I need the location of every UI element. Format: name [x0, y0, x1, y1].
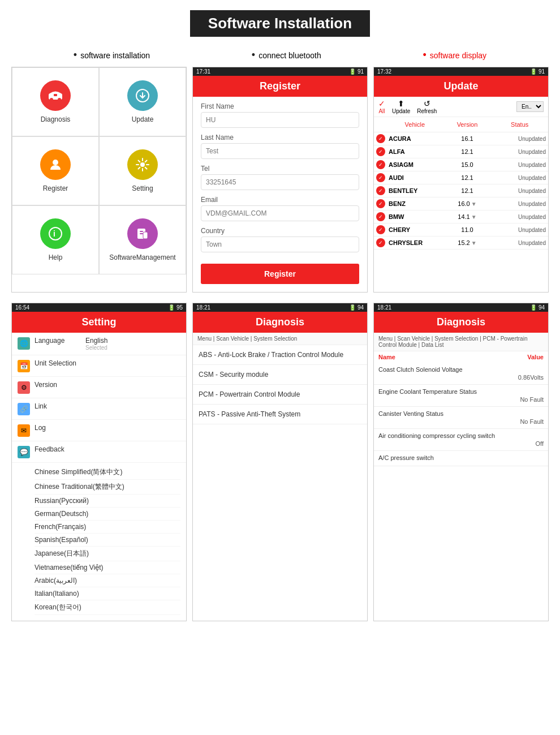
menu-item-softwaremgmt[interactable]: SoftwareManagement — [99, 205, 186, 274]
tel-input[interactable] — [201, 174, 359, 190]
setting-row-log[interactable]: ✉ Log — [12, 420, 186, 441]
update-status: Unupdated — [493, 188, 546, 194]
vehicle-name: AUDI — [389, 174, 441, 181]
menu-icon-softwaremgmt — [127, 218, 158, 249]
diagdata-item-name: Coast Clutch Solenoid Voltage — [378, 366, 544, 373]
language-select[interactable]: En.. — [516, 101, 544, 112]
setting-icon-unitsel: 📅 — [18, 360, 30, 372]
firstname-input[interactable] — [201, 112, 359, 128]
diagnosis-item[interactable]: CSM - Security module — [193, 365, 367, 385]
menu-label-diagnosis: Diagnosis — [41, 115, 71, 123]
vehicle-name: BMW — [389, 213, 441, 220]
version-cell: 11.0 — [441, 226, 494, 233]
page-title: Software Installation — [190, 10, 370, 37]
language-option[interactable]: Chinese Simplified(简体中文) — [35, 465, 180, 480]
version-number: 12.1 — [461, 174, 473, 181]
language-option[interactable]: Korean(한국어) — [35, 600, 180, 615]
check-icon: ✓ — [376, 225, 385, 234]
update-status: Unupdated — [493, 201, 546, 207]
version-arrow[interactable]: ▼ — [471, 201, 477, 207]
country-input[interactable] — [201, 237, 359, 252]
lastname-input[interactable] — [201, 143, 359, 159]
check-icon: ✓ — [376, 186, 385, 195]
vehicle-name: ASIAGM — [389, 161, 441, 168]
bullet-2: • connect bluetooth — [252, 49, 321, 61]
version-cell: 16.1 — [441, 135, 494, 142]
version-cell: 12.1 — [441, 187, 494, 194]
diagdata-item-value: No Fault — [378, 396, 544, 403]
email-input[interactable] — [201, 205, 359, 221]
setting-status-bar: 16:54 🔋 95 — [12, 303, 186, 312]
menu-item-diagnosis[interactable]: Diagnosis — [12, 67, 99, 136]
bullet-label-1: software installation — [80, 51, 150, 60]
diagdata-item: Air conditioning compressor cycling swit… — [374, 429, 548, 451]
language-option[interactable]: Spanish(Español) — [35, 534, 180, 547]
language-option[interactable]: French(Français) — [35, 521, 180, 534]
update-icon: ⬆ — [398, 99, 404, 108]
svg-point-5 — [53, 160, 58, 165]
update-row: ✓ ALFA 12.1 Unupdated — [374, 145, 548, 158]
tab-all[interactable]: ✓ All — [378, 99, 385, 114]
setting-key-unitsel: Unit Selection — [35, 359, 85, 367]
svg-rect-11 — [140, 233, 143, 234]
language-option[interactable]: Japanese(日本語) — [35, 547, 180, 561]
diagdata-breadcrumb: Menu | Scan Vehicle | System Selection |… — [374, 333, 548, 351]
language-option[interactable]: German(Deutsch) — [35, 508, 180, 521]
top-panels-row: Diagnosis Update Register Setting — [0, 67, 560, 303]
page-title-section: Software Installation — [0, 0, 560, 42]
language-option[interactable]: Arabic(العربية) — [35, 574, 180, 587]
language-option[interactable]: Italian(Italiano) — [35, 587, 180, 600]
language-option[interactable]: Chinese Traditional(繁體中文) — [35, 480, 180, 495]
svg-point-6 — [140, 162, 145, 167]
update-status: Unupdated — [493, 162, 546, 168]
setting-row-unitsel[interactable]: 📅 Unit Selection — [12, 355, 186, 377]
firstname-label: First Name — [201, 102, 359, 110]
update-row: ✓ CHRYSLER 15.2 ▼ Unupdated — [374, 237, 548, 250]
col-name: Name — [378, 354, 395, 360]
version-number: 15.2 — [458, 239, 469, 246]
bullet-label-2: connect bluetooth — [259, 51, 321, 60]
diagdata-item-name: Canister Venting Status — [378, 410, 544, 417]
setting-row-feedback[interactable]: 💬 Feedback — [12, 441, 186, 463]
check-icon: ✓ — [376, 212, 385, 221]
setting-row-version[interactable]: ⚙ Version — [12, 377, 186, 398]
panel-diagnosis: 18:21 🔋 94 Diagnosis Menu | Scan Vehicle… — [192, 303, 368, 621]
vehicle-name: ACURA — [389, 135, 441, 142]
menu-item-help[interactable]: i Help — [12, 205, 99, 274]
col-vehicle: Vehicle — [389, 119, 441, 130]
register-button[interactable]: Register — [201, 264, 359, 284]
diagdata-item: Coast Clutch Solenoid Voltage 0.86Volts — [374, 363, 548, 385]
version-cell: 15.0 — [441, 161, 494, 168]
version-arrow[interactable]: ▼ — [471, 214, 477, 220]
language-option[interactable]: Vietnamese(tiếng Việt) — [35, 561, 180, 574]
menu-item-update[interactable]: Update — [99, 67, 186, 136]
menu-item-register[interactable]: Register — [12, 136, 99, 205]
diagdata-item-value: Off — [378, 440, 544, 447]
col-status: Status — [493, 119, 546, 130]
diagnosis-item[interactable]: PATS - Passive Anti-Theft System — [193, 405, 367, 424]
language-option[interactable]: Russian(Русский) — [35, 495, 180, 508]
version-arrow[interactable]: ▼ — [471, 240, 477, 246]
diagnosis-title: Diagnosis — [193, 312, 367, 333]
update-status: Unupdated — [493, 214, 546, 220]
menu-label-update: Update — [132, 115, 154, 123]
bullet-label-3: software display — [430, 51, 486, 60]
setting-title: Setting — [12, 312, 186, 333]
menu-item-setting[interactable]: Setting — [99, 136, 186, 205]
setting-row-link[interactable]: 🔗 Link — [12, 398, 186, 420]
tab-update[interactable]: ⬆ Update — [392, 99, 410, 114]
update-col-headers: Vehicle Version Status — [374, 117, 548, 132]
bottom-panels-row: 16:54 🔋 95 Setting 🌐 Language English Se… — [0, 303, 560, 631]
diagnosis-item[interactable]: ABS - Anti-Lock Brake / Traction Control… — [193, 345, 367, 365]
tab-refresh[interactable]: ↺ Refresh — [417, 99, 437, 114]
update-row: ✓ ACURA 16.1 Unupdated — [374, 132, 548, 145]
bullets-row: • software installation • connect blueto… — [0, 42, 560, 67]
setting-row-language[interactable]: 🌐 Language English Selected — [12, 333, 186, 355]
diagnosis-item[interactable]: PCM - Powertrain Control Module — [193, 385, 367, 405]
version-number: 14.1 — [458, 213, 469, 220]
update-status-bar: 17:32 🔋 91 — [374, 67, 548, 76]
register-status-bar: 17:31 🔋 91 — [193, 67, 367, 76]
menu-icon-diagnosis — [40, 80, 71, 111]
menu-label-softwaremgmt: SoftwareManagement — [109, 253, 175, 261]
setting-icon-feedback: 💬 — [18, 446, 30, 458]
